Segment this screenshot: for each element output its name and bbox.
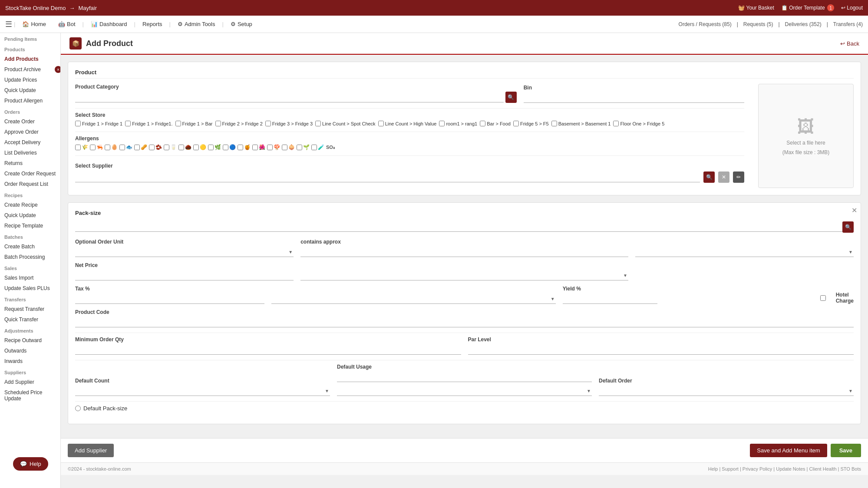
allergen-10[interactable]: 🌿 xyxy=(208,144,221,150)
footer-privacy[interactable]: Privacy Policy xyxy=(743,466,772,472)
packsize-search-btn[interactable]: 🔍 xyxy=(842,221,854,233)
save-and-add-menu-button[interactable]: Save and Add Menu item xyxy=(750,444,827,457)
sidebar-item-approve-order[interactable]: Approve Order xyxy=(0,127,60,137)
add-supplier-button[interactable]: Add Supplier xyxy=(68,444,114,457)
image-upload-area[interactable]: 🖼 Select a file here (Max file size : 3M… xyxy=(758,84,854,188)
store-check-3[interactable]: Fridge 1 > Bar xyxy=(175,121,213,126)
sidebar-item-scheduled-price-update[interactable]: Scheduled Price Update xyxy=(0,387,60,404)
store-check-10[interactable]: Fridge 5 > F5 xyxy=(513,121,549,126)
footer-sto-bots[interactable]: STO Bots xyxy=(841,466,861,472)
allergen-1[interactable]: 🌾 xyxy=(75,144,88,150)
tax-input[interactable] xyxy=(75,293,264,304)
sidebar-item-quick-update-recipes[interactable]: Quick Update xyxy=(0,210,60,221)
footer-help[interactable]: Help xyxy=(708,466,718,472)
sidebar-item-quick-update-products[interactable]: Quick Update xyxy=(0,85,60,96)
nav-admin-tools[interactable]: ⚙ Admin Tools xyxy=(172,17,221,31)
default-packsize-label[interactable]: Default Pack-size xyxy=(75,405,127,412)
allergen-9[interactable]: 🟡 xyxy=(193,144,206,150)
sidebar-item-accept-delivery[interactable]: Accept Delivery xyxy=(0,137,60,148)
save-button[interactable]: Save xyxy=(831,444,861,457)
basket-link[interactable]: 🧺 Your Basket xyxy=(738,5,774,11)
product-category-search-btn[interactable]: 🔍 xyxy=(505,92,517,103)
requests-link[interactable]: Requests (5) xyxy=(743,21,773,27)
store-check-1[interactable]: Fridge 1 > Fridge 1 xyxy=(75,121,122,126)
allergen-15[interactable]: 🧅 xyxy=(282,144,295,150)
allergen-13[interactable]: 🌺 xyxy=(252,144,265,150)
order-template-link[interactable]: 📋 Order Template 1 xyxy=(781,4,834,11)
footer-update-notes[interactable]: Update Notes xyxy=(776,466,805,472)
sidebar-item-product-allergen[interactable]: Product Allergen xyxy=(0,96,60,106)
help-bubble[interactable]: 💬 Help xyxy=(13,457,48,471)
sidebar-item-add-products[interactable]: Add Products xyxy=(0,54,60,64)
store-check-4[interactable]: Fridge 2 > Fridge 2 xyxy=(215,121,263,126)
optional-order-unit-select[interactable] xyxy=(75,247,294,257)
sidebar-item-order-request-list[interactable]: Order Request List xyxy=(0,179,60,189)
sidebar-item-create-order[interactable]: Create Order xyxy=(0,116,60,127)
sidebar-item-returns[interactable]: Returns xyxy=(0,158,60,168)
sidebar-item-create-order-request[interactable]: Create Order Request xyxy=(0,168,60,179)
sidebar-item-inwards[interactable]: Inwards xyxy=(0,356,60,366)
hotel-charge-label[interactable]: Hotel Charge xyxy=(813,292,854,304)
product-code-input[interactable] xyxy=(75,317,854,327)
sidebar-item-product-archive[interactable]: Product Archive xyxy=(0,64,60,75)
store-check-8[interactable]: room1 > rang1 xyxy=(439,121,477,126)
nav-bot[interactable]: 🤖 Bot xyxy=(53,17,81,31)
back-button[interactable]: ↩ Back xyxy=(840,40,859,47)
sidebar-item-list-deliveries[interactable]: List Deliveries xyxy=(0,148,60,158)
logout-link[interactable]: ↩ Logout xyxy=(841,5,863,11)
min-order-qty-input[interactable] xyxy=(75,344,461,355)
hotel-charge-checkbox[interactable] xyxy=(813,295,833,301)
footer-support[interactable]: Support xyxy=(722,466,739,472)
store-check-6[interactable]: Line Count > Spot Check xyxy=(315,121,376,126)
deliveries-link[interactable]: Deliveries (352) xyxy=(785,21,822,27)
sidebar-item-update-sales-plus[interactable]: Update Sales PLUs xyxy=(0,283,60,293)
product-category-input[interactable] xyxy=(75,92,504,102)
bin-input[interactable] xyxy=(524,92,744,103)
allergen-11[interactable]: 🔵 xyxy=(223,144,236,150)
allergen-14[interactable]: 🍄 xyxy=(267,144,280,150)
default-order-select[interactable] xyxy=(599,386,854,396)
nav-reports[interactable]: Reports xyxy=(137,17,168,31)
sidebar-item-add-supplier[interactable]: Add Supplier xyxy=(0,377,60,387)
sidebar-item-recipe-outward[interactable]: Recipe Outward xyxy=(0,335,60,346)
allergen-17[interactable]: 🧪 xyxy=(311,144,324,150)
store-check-5[interactable]: Fridge 3 > Fridge 3 xyxy=(265,121,313,126)
allergen-7[interactable]: 🥛 xyxy=(164,144,177,150)
net-price-input[interactable] xyxy=(75,270,294,280)
tax-select[interactable] xyxy=(271,293,555,304)
store-check-11[interactable]: Basement > Basement 1 xyxy=(551,121,611,126)
sidebar-item-update-prices[interactable]: Update Prices xyxy=(0,75,60,85)
nav-setup[interactable]: ⚙ Setup xyxy=(225,17,257,31)
supplier-search-btn[interactable]: 🔍 xyxy=(703,171,715,183)
nav-home[interactable]: 🏠 Home xyxy=(17,17,51,31)
sidebar-item-create-recipe[interactable]: Create Recipe xyxy=(0,200,60,210)
transfers-link[interactable]: Transfers (4) xyxy=(833,21,863,27)
store-check-2[interactable]: Fridge 1 > Fridge1. xyxy=(125,121,172,126)
allergen-16[interactable]: 🌱 xyxy=(297,144,310,150)
default-usage-input[interactable] xyxy=(337,372,592,382)
allergen-4[interactable]: 🐟 xyxy=(119,144,132,150)
store-check-12[interactable]: Floor One > Fridge 5 xyxy=(613,121,664,126)
sidebar-item-create-batch[interactable]: Create Batch xyxy=(0,241,60,252)
sidebar-item-outwards[interactable]: Outwards xyxy=(0,346,60,356)
sidebar-item-sales-import[interactable]: Sales Import xyxy=(0,273,60,283)
par-level-input[interactable] xyxy=(468,344,854,355)
store-check-7[interactable]: Line Count > High Value xyxy=(378,121,437,126)
yield-input[interactable]: 100 xyxy=(563,293,657,304)
default-usage-select[interactable] xyxy=(337,386,592,396)
sidebar-item-quick-transfer[interactable]: Quick Transfer xyxy=(0,314,60,325)
default-packsize-radio[interactable] xyxy=(75,406,81,411)
hamburger-icon[interactable]: ☰ xyxy=(5,20,12,29)
supplier-edit-btn[interactable]: ✏ xyxy=(733,171,744,183)
sidebar-close-btn[interactable]: × xyxy=(55,66,61,73)
sidebar-item-recipe-template[interactable]: Recipe Template xyxy=(0,221,60,231)
allergen-2[interactable]: 🦐 xyxy=(90,144,103,150)
store-check-9[interactable]: Bar > Food xyxy=(480,121,511,126)
packsize-search-input[interactable] xyxy=(75,221,854,232)
orders-requests-link[interactable]: Orders / Requests (85) xyxy=(679,21,732,27)
pack-size-close-btn[interactable]: ✕ xyxy=(851,206,857,214)
allergen-12[interactable]: 🍯 xyxy=(238,144,251,150)
allergen-5[interactable]: 🥜 xyxy=(134,144,147,150)
footer-client-health[interactable]: Client Health xyxy=(809,466,837,472)
contains-approx-unit-select[interactable] xyxy=(635,247,854,257)
